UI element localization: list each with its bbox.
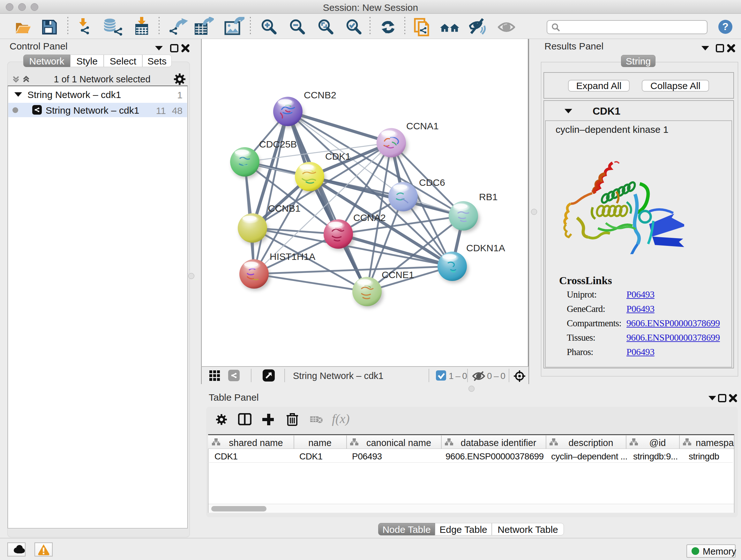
svg-text:description: description: [568, 438, 613, 448]
svg-text:shared name: shared name: [229, 438, 283, 448]
svg-text:RB1: RB1: [479, 192, 497, 202]
svg-text:CDK1: CDK1: [325, 151, 351, 162]
svg-text:CCNE1: CCNE1: [382, 269, 414, 280]
svg-text:CCNB1: CCNB1: [268, 203, 300, 213]
svg-text:CCNB2: CCNB2: [304, 90, 336, 100]
svg-text:@id: @id: [649, 438, 666, 448]
svg-text:CDC25B: CDC25B: [259, 139, 297, 149]
svg-text:CCNA1: CCNA1: [406, 121, 439, 131]
svg-text:name: name: [308, 438, 332, 448]
svg-text:CCNA2: CCNA2: [353, 212, 386, 223]
svg-text:canonical name: canonical name: [366, 438, 431, 448]
svg-text:HIST1H1A: HIST1H1A: [270, 251, 315, 262]
svg-text:?: ?: [722, 21, 729, 32]
svg-text:database identifier: database identifier: [461, 438, 536, 448]
svg-text:CDC6: CDC6: [419, 177, 445, 188]
svg-text:CDKN1A: CDKN1A: [466, 243, 505, 253]
svg-text:namespace: namespace: [696, 438, 734, 448]
